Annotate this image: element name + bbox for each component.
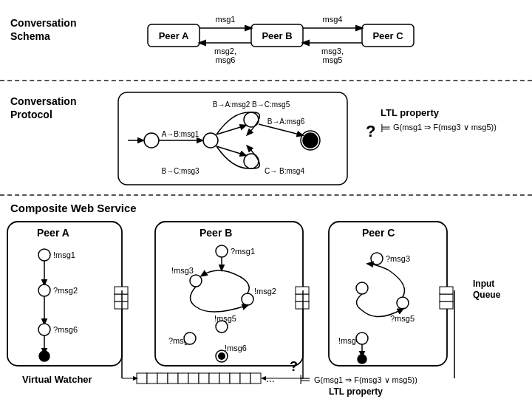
schema-svg: Peer A Peer B Peer C msg1 msg2, msg6 msg…	[126, 6, 517, 72]
svg-rect-79	[440, 294, 453, 301]
svg-text:Virtual Watcher: Virtual Watcher	[22, 374, 92, 385]
section1-conversation-schema: Conversation Schema Peer A Peer B Peer C…	[0, 0, 532, 81]
svg-text:?msg3: ?msg3	[386, 254, 410, 263]
svg-text:⊨: ⊨	[299, 372, 311, 387]
svg-point-77	[358, 355, 366, 364]
svg-rect-66	[296, 287, 309, 294]
protocol-svg: A→B:msg1 B→A:msg2 B→C:msg5 B→A:msg6 B→C:…	[115, 89, 366, 188]
svg-text:msg6: msg6	[216, 55, 236, 64]
turnstile-icon: ⊨	[381, 122, 391, 134]
svg-point-20	[244, 154, 259, 168]
svg-text:!msg2: !msg2	[254, 287, 276, 296]
svg-rect-84	[137, 373, 147, 383]
svg-rect-47	[115, 287, 128, 294]
question-mark: ?	[366, 122, 375, 141]
ltl-property-section2: LTL property ⊨ G(msg1 ⇒ F(msg3 ∨ msg5))	[381, 107, 497, 135]
svg-text:?msg6: ?msg6	[53, 325, 78, 334]
svg-text:C→ B:msg4: C→ B:msg4	[265, 167, 304, 175]
svg-rect-78	[440, 301, 453, 309]
svg-rect-90	[199, 373, 209, 383]
svg-point-72	[397, 297, 409, 309]
svg-rect-87	[168, 373, 178, 383]
svg-text:Peer B: Peer B	[262, 30, 292, 41]
svg-text:?msg2: ?msg2	[53, 286, 78, 295]
svg-text:msg2,: msg2,	[214, 47, 236, 55]
svg-point-60	[184, 332, 196, 344]
svg-text:msg1: msg1	[216, 15, 236, 24]
svg-text:msg4: msg4	[323, 15, 343, 24]
svg-point-55	[242, 293, 253, 305]
svg-point-18	[203, 133, 218, 148]
svg-text:Peer A: Peer A	[159, 30, 189, 41]
svg-point-44	[39, 351, 50, 361]
svg-rect-95	[250, 373, 261, 383]
svg-rect-80	[440, 287, 453, 294]
svg-text:A→B:msg1: A→B:msg1	[162, 130, 200, 138]
section1-label: Conversation Schema	[10, 16, 76, 43]
svg-point-21	[303, 133, 318, 148]
svg-text:msg3,: msg3,	[321, 47, 344, 55]
svg-text:?: ?	[290, 359, 298, 374]
svg-point-19	[244, 112, 259, 127]
svg-text:B→A:msg6: B→A:msg6	[267, 117, 305, 126]
svg-point-75	[356, 332, 368, 344]
svg-rect-89	[188, 373, 199, 383]
composite-svg: Peer A !msg1 ?msg2 ?msg6 Peer B ?msg1	[0, 214, 532, 399]
svg-rect-93	[230, 373, 240, 383]
svg-text:B→A:msg2  B→C:msg5: B→A:msg2 B→C:msg5	[213, 100, 290, 109]
svg-text:Peer B: Peer B	[200, 227, 232, 239]
svg-text:msg5: msg5	[323, 55, 343, 64]
svg-point-41	[38, 324, 50, 335]
section3-title: Composite Web Service	[10, 202, 137, 214]
svg-text:!msg6: !msg6	[225, 344, 247, 352]
svg-point-58	[216, 321, 228, 332]
svg-point-17	[144, 133, 159, 148]
section3-composite-web-service: Composite Web Service Peer A !msg1 ?msg2…	[0, 196, 532, 399]
svg-text:Peer A: Peer A	[37, 227, 69, 239]
svg-text:!msg3: !msg3	[171, 266, 194, 275]
svg-point-38	[38, 284, 50, 296]
section2-label: Conversation Protocol	[10, 95, 76, 121]
svg-rect-86	[157, 373, 168, 383]
svg-rect-85	[147, 373, 157, 383]
svg-point-35	[38, 249, 50, 261]
svg-rect-45	[115, 301, 128, 309]
svg-text:?msg5: ?msg5	[390, 314, 415, 323]
svg-rect-88	[178, 373, 188, 383]
svg-text:!msg1: !msg1	[53, 250, 75, 259]
svg-text:LTL property: LTL property	[329, 386, 383, 397]
svg-rect-46	[115, 294, 128, 301]
svg-text:Peer C: Peer C	[372, 30, 403, 41]
svg-point-69	[371, 253, 383, 265]
svg-rect-65	[296, 294, 309, 301]
svg-rect-91	[209, 373, 219, 383]
svg-point-53	[190, 275, 202, 287]
svg-text:?msg1: ?msg1	[231, 247, 255, 256]
svg-text:B→C:msg3: B→C:msg3	[161, 167, 200, 175]
svg-text:G(msg1 ⇒ F(msg3 ∨ msg5)): G(msg1 ⇒ F(msg3 ∨ msg5))	[314, 375, 417, 384]
svg-rect-92	[219, 373, 230, 383]
svg-text:Queue: Queue	[473, 290, 501, 300]
svg-rect-94	[240, 373, 250, 383]
svg-point-63	[218, 352, 225, 360]
svg-text:Input: Input	[473, 279, 494, 289]
svg-point-71	[356, 282, 368, 294]
section2-conversation-protocol: Conversation Protocol A→B:msg1 B→A:msg2 …	[0, 81, 532, 196]
svg-point-50	[216, 245, 228, 257]
svg-rect-64	[296, 301, 309, 309]
svg-text:Peer C: Peer C	[362, 227, 395, 239]
